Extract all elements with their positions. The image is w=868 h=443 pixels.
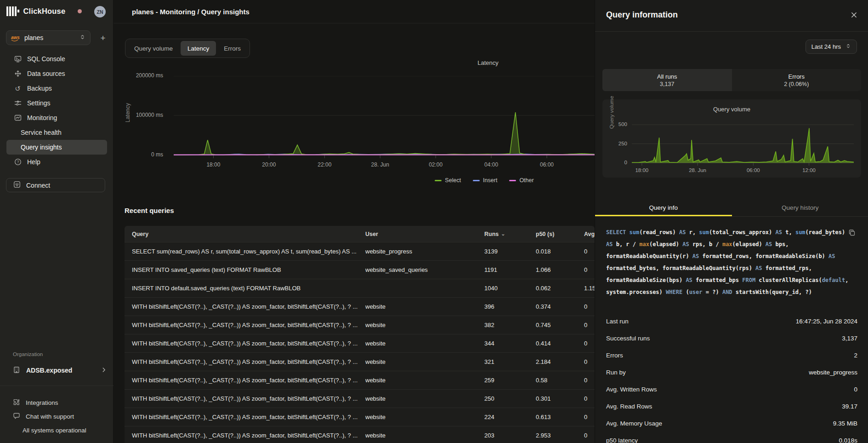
column-header-query[interactable]: Query <box>132 231 365 237</box>
sidebar-item-backups[interactable]: ↺Backups <box>0 81 113 96</box>
table-row[interactable]: WITH bitShiftLeft(CAST(?..), _CAST(?..))… <box>125 390 595 408</box>
table-cell: WITH bitShiftLeft(CAST(?..), _CAST(?..))… <box>132 303 365 310</box>
table-cell: website <box>365 432 484 439</box>
sidebar-divider <box>0 385 113 386</box>
clickhouse-logo[interactable]: ClickHouse <box>6 6 65 16</box>
table-row[interactable]: WITH bitShiftLeft(CAST(?..), _CAST(?..))… <box>125 408 595 426</box>
footer-item-chat-with-support[interactable]: Chat with support <box>0 409 113 423</box>
table-cell: 0.745 <box>536 322 584 328</box>
stat-value: 9.35 MiB <box>833 420 857 427</box>
legend-item-insert[interactable]: Insert <box>473 177 497 184</box>
stat-value: 0 <box>854 386 857 393</box>
column-header-p50s[interactable]: p50 (s) <box>536 231 584 237</box>
sidebar-footer: IntegrationsChat with supportAll systems… <box>0 396 113 437</box>
legend-swatch <box>435 180 442 181</box>
column-header-avg[interactable]: Avg. <box>584 231 595 237</box>
tab-errors[interactable]: Errors <box>217 41 248 56</box>
table-row[interactable]: WITH bitShiftLeft(CAST(?..), _CAST(?..))… <box>125 426 595 443</box>
organization-selector[interactable]: ADSB.exposed <box>6 363 107 378</box>
sql-token: rps, b / <box>692 241 722 247</box>
copy-icon[interactable] <box>848 229 856 237</box>
organization-name: ADSB.exposed <box>26 367 72 374</box>
table-row[interactable]: WITH bitShiftLeft(CAST(?..), _CAST(?..))… <box>125 371 595 390</box>
sql-token: formatted_bps <box>696 277 742 283</box>
table-cell: 0 <box>584 248 595 255</box>
sql-token: startsWith(query_id, ?) <box>736 289 812 295</box>
service-selector[interactable]: aws planes <box>6 30 91 45</box>
sql-token: AS <box>776 229 786 236</box>
table-cell: 396 <box>484 303 536 310</box>
building-icon <box>13 366 20 375</box>
column-header-runs[interactable]: Runs⌄ <box>484 231 536 237</box>
tab-query-volume[interactable]: Query volume <box>127 41 180 56</box>
y-tick-label: 0 <box>602 160 627 165</box>
table-row[interactable]: WITH bitShiftLeft(CAST(?..), _CAST(?..))… <box>125 316 595 334</box>
stat-label: Last run <box>606 318 629 325</box>
x-tick-label: 22:00 <box>311 161 338 168</box>
x-tick-label: 06:00 <box>739 167 767 173</box>
table-cell: WITH bitShiftLeft(CAST(?..), _CAST(?..))… <box>132 358 365 365</box>
main-content: Query volumeLatencyErrors Latency Latenc… <box>113 23 595 443</box>
table-row[interactable]: SELECT sum(read_rows) AS r, sum(total_ro… <box>125 242 595 261</box>
table-row[interactable]: WITH bitShiftLeft(CAST(?..), _CAST(?..))… <box>125 298 595 316</box>
table-cell: 0.58 <box>536 377 584 384</box>
table-cell: 1.066 <box>536 266 584 273</box>
table-cell: WITH bitShiftLeft(CAST(?..), _CAST(?..))… <box>132 322 365 328</box>
table-row[interactable]: WITH bitShiftLeft(CAST(?..), _CAST(?..))… <box>125 353 595 371</box>
legend-item-select[interactable]: Select <box>435 177 461 184</box>
brand-name: ClickHouse <box>23 7 66 16</box>
sidebar-item-query-insights[interactable]: Query insights <box>6 140 107 155</box>
latency-chart[interactable] <box>174 76 595 159</box>
add-service-button[interactable]: + <box>97 32 109 44</box>
avatar[interactable]: ZN <box>94 6 106 17</box>
table-cell: website_saved_queries <box>365 266 484 273</box>
table-cell: website <box>365 395 484 402</box>
footer-item-all-systems-operational[interactable]: All systems operational <box>0 423 113 437</box>
latency-legend: SelectInsertOther <box>369 177 599 184</box>
connect-button[interactable]: Connect <box>6 178 105 192</box>
table-row[interactable]: INSERT INTO saved_queries (text) FORMAT … <box>125 261 595 279</box>
stat-label: p50 latency <box>606 437 638 443</box>
table-cell: WITH bitShiftLeft(CAST(?..), _CAST(?..))… <box>132 395 365 402</box>
time-range-selector[interactable]: Last 24 hrs <box>806 40 857 54</box>
legend-item-other[interactable]: Other <box>509 177 533 184</box>
connect-icon <box>13 181 21 190</box>
table-cell: website <box>365 303 484 310</box>
sidebar-item-data-sources[interactable]: Data sources <box>0 66 113 81</box>
table-row[interactable]: WITH bitShiftLeft(CAST(?..), _CAST(?..))… <box>125 334 595 353</box>
table-cell: 0 <box>584 266 595 273</box>
x-tick-label: 18:00 <box>199 161 227 168</box>
settings-icon <box>14 99 22 107</box>
sidebar-item-service-health[interactable]: Service health <box>0 125 113 140</box>
summary-tab-all-runs[interactable]: All runs3,137 <box>602 69 732 91</box>
sidebar-item-sql-console[interactable]: SQL Console <box>0 52 113 66</box>
sidebar-item-label: SQL Console <box>27 55 65 63</box>
sql-token: (read_bytes) <box>806 229 845 236</box>
sidebar-item-help[interactable]: ?Help <box>0 155 113 169</box>
summary-tab-errors[interactable]: Errors2 (0.06%) <box>732 69 862 91</box>
sidebar-item-label: Settings <box>27 99 51 107</box>
x-tick-label: 04:00 <box>477 161 505 168</box>
table-cell: WITH bitShiftLeft(CAST(?..), _CAST(?..))… <box>132 377 365 384</box>
volume-chart[interactable] <box>632 122 854 167</box>
recent-queries-table: QueryUserRuns⌄p50 (s)Avg.SELECT sum(read… <box>125 226 595 443</box>
panel-title: Query information <box>606 10 678 20</box>
tab-query-info[interactable]: Query info <box>595 201 732 216</box>
sidebar-item-settings[interactable]: Settings <box>0 96 113 110</box>
summary-tabs: All runs3,137Errors2 (0.06%) <box>602 69 861 91</box>
sidebar-item-monitoring[interactable]: Monitoring <box>0 110 113 125</box>
close-icon[interactable] <box>849 11 858 20</box>
time-range-value: Last 24 hrs <box>811 43 841 50</box>
table-cell: 0.301 <box>536 395 584 402</box>
tab-query-history[interactable]: Query history <box>732 201 868 216</box>
main-area: planes - Monitoring / Query insights Que… <box>113 0 595 443</box>
x-tick-label: 28. Jun <box>366 161 394 168</box>
tab-latency[interactable]: Latency <box>181 41 216 56</box>
status-dot-icon <box>13 427 17 434</box>
table-cell: 0.062 <box>536 285 584 292</box>
table-cell: 2.184 <box>536 358 584 365</box>
footer-item-integrations[interactable]: Integrations <box>0 396 113 409</box>
column-header-user[interactable]: User <box>365 231 484 237</box>
table-row[interactable]: INSERT INTO default.saved_queries (text)… <box>125 279 595 298</box>
sidebar-item-label: Backups <box>27 85 52 92</box>
